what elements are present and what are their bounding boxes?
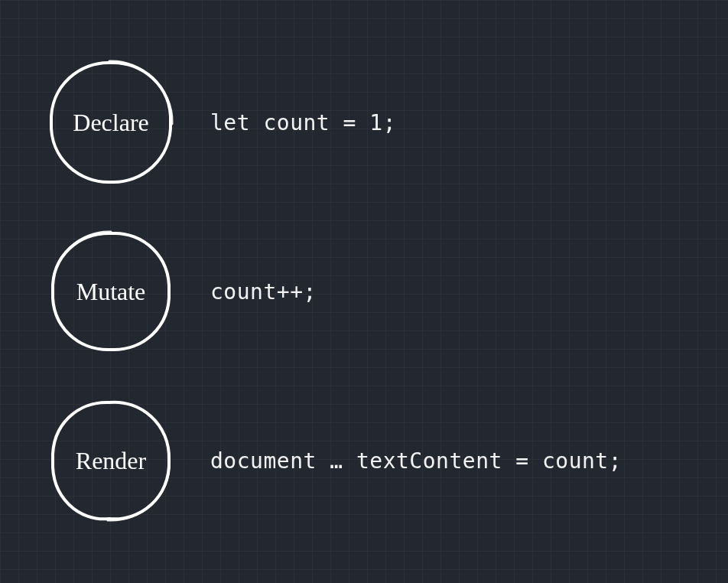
- row-mutate: Mutate count++;: [0, 223, 728, 360]
- diagram-content: Declare let count = 1; Mutate count++; R…: [0, 0, 728, 583]
- circle-mutate: Mutate: [42, 223, 180, 360]
- row-declare: Declare let count = 1;: [0, 54, 728, 191]
- code-declare: let count = 1;: [210, 110, 396, 135]
- label-render: Render: [76, 447, 146, 475]
- row-render: Render document … textContent = count;: [0, 392, 728, 529]
- label-declare: Declare: [73, 109, 148, 137]
- circle-render: Render: [42, 392, 180, 529]
- code-mutate: count++;: [210, 279, 317, 305]
- code-render: document … textContent = count;: [210, 448, 622, 474]
- circle-declare: Declare: [42, 54, 180, 191]
- label-mutate: Mutate: [76, 278, 146, 306]
